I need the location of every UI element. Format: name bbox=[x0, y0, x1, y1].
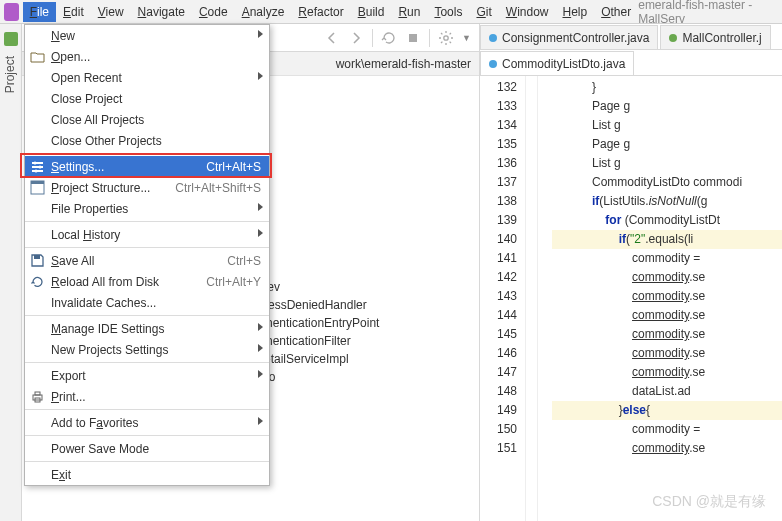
editor-column: ConsignmentController.javaMallController… bbox=[480, 24, 782, 521]
code-editor[interactable]: 1321331341351361371381391401411421431441… bbox=[480, 76, 782, 521]
chevron-right-icon bbox=[258, 323, 263, 331]
menu-tools[interactable]: Tools bbox=[427, 2, 469, 22]
file-menu-reload-all-from-disk[interactable]: Reload All from DiskCtrl+Alt+Y bbox=[25, 271, 269, 292]
structure-icon bbox=[30, 180, 45, 195]
menu-edit[interactable]: Edit bbox=[56, 2, 91, 22]
line-numbers: 1321331341351361371381391401411421431441… bbox=[480, 76, 526, 521]
menu-window[interactable]: Window bbox=[499, 2, 556, 22]
file-type-icon bbox=[669, 34, 677, 42]
file-menu-close-all-projects[interactable]: Close All Projects bbox=[25, 109, 269, 130]
file-menu-settings[interactable]: Settings...Ctrl+Alt+S bbox=[25, 156, 269, 177]
menu-view[interactable]: View bbox=[91, 2, 131, 22]
svg-point-16 bbox=[39, 166, 42, 169]
svg-point-15 bbox=[34, 162, 37, 165]
menu-run[interactable]: Run bbox=[391, 2, 427, 22]
file-menu-close-other-projects[interactable]: Close Other Projects bbox=[25, 130, 269, 151]
file-menu-open-recent[interactable]: Open Recent bbox=[25, 67, 269, 88]
project-tool-icon[interactable] bbox=[4, 32, 18, 46]
menu-code[interactable]: Code bbox=[192, 2, 235, 22]
menu-refactor[interactable]: Refactor bbox=[291, 2, 350, 22]
save-icon bbox=[30, 253, 45, 268]
file-type-icon bbox=[489, 60, 497, 68]
file-menu-save-all[interactable]: Save AllCtrl+S bbox=[25, 250, 269, 271]
file-menu-project-structure[interactable]: Project Structure...Ctrl+Alt+Shift+S bbox=[25, 177, 269, 198]
chevron-right-icon bbox=[258, 370, 263, 378]
file-menu-new[interactable]: New bbox=[25, 25, 269, 46]
chevron-right-icon bbox=[258, 72, 263, 80]
svg-point-17 bbox=[35, 170, 38, 173]
file-menu: NewOpen...Open RecentClose ProjectClose … bbox=[24, 24, 270, 486]
menu-help[interactable]: Help bbox=[555, 2, 594, 22]
svg-rect-0 bbox=[409, 34, 417, 42]
tab-mallcontroller-j[interactable]: MallController.j bbox=[660, 25, 770, 49]
watermark: CSDN @就是有缘 bbox=[652, 493, 766, 511]
open-icon bbox=[30, 49, 45, 64]
svg-rect-19 bbox=[31, 181, 44, 184]
file-menu-add-to-favorites[interactable]: Add to Favorites bbox=[25, 412, 269, 433]
menu-other[interactable]: Other bbox=[594, 2, 638, 22]
chevron-right-icon bbox=[258, 344, 263, 352]
editor-tabs-row2: CommodityListDto.java bbox=[480, 50, 782, 76]
stop-icon[interactable] bbox=[405, 30, 421, 46]
project-tool-label[interactable]: Project bbox=[0, 48, 20, 101]
file-menu-open[interactable]: Open... bbox=[25, 46, 269, 67]
chevron-right-icon bbox=[258, 417, 263, 425]
menu-git[interactable]: Git bbox=[469, 2, 498, 22]
print-icon bbox=[30, 389, 45, 404]
file-menu-power-save-mode[interactable]: Power Save Mode bbox=[25, 438, 269, 459]
menu-file[interactable]: File bbox=[23, 2, 56, 22]
tab-consignmentcontroller-java[interactable]: ConsignmentController.java bbox=[480, 25, 658, 49]
reload-icon bbox=[30, 274, 45, 289]
menu-build[interactable]: Build bbox=[351, 2, 392, 22]
chevron-right-icon bbox=[258, 229, 263, 237]
file-menu-print[interactable]: Print... bbox=[25, 386, 269, 407]
fold-gutter bbox=[526, 76, 538, 521]
file-menu-close-project[interactable]: Close Project bbox=[25, 88, 269, 109]
file-menu-local-history[interactable]: Local History bbox=[25, 224, 269, 245]
menu-navigate[interactable]: Navigate bbox=[131, 2, 192, 22]
back-icon[interactable] bbox=[324, 30, 340, 46]
code-text[interactable]: } Page g List g Page g List g CommodityL… bbox=[538, 76, 782, 521]
menu-analyze[interactable]: Analyze bbox=[235, 2, 292, 22]
svg-rect-22 bbox=[35, 392, 40, 395]
file-menu-exit[interactable]: Exit bbox=[25, 464, 269, 485]
reload-icon[interactable] bbox=[381, 30, 397, 46]
file-menu-manage-ide-settings[interactable]: Manage IDE Settings bbox=[25, 318, 269, 339]
forward-icon[interactable] bbox=[348, 30, 364, 46]
gear-icon[interactable] bbox=[438, 30, 454, 46]
svg-point-1 bbox=[444, 35, 448, 39]
file-menu-file-properties[interactable]: File Properties bbox=[25, 198, 269, 219]
file-menu-invalidate-caches[interactable]: Invalidate Caches... bbox=[25, 292, 269, 313]
menu-bar: FileEditViewNavigateCodeAnalyzeRefactorB… bbox=[0, 0, 782, 24]
settings-icon bbox=[30, 159, 45, 174]
svg-rect-20 bbox=[34, 255, 40, 259]
chevron-right-icon bbox=[258, 30, 263, 38]
window-title: emerald-fish-master - MallServ bbox=[638, 0, 778, 26]
chevron-right-icon bbox=[258, 203, 263, 211]
file-type-icon bbox=[489, 34, 497, 42]
left-gutter: Project bbox=[0, 24, 22, 521]
editor-tabs-row1: ConsignmentController.javaMallController… bbox=[480, 24, 782, 50]
tab-commoditylistdto-java[interactable]: CommodityListDto.java bbox=[480, 51, 634, 75]
file-menu-export[interactable]: Export bbox=[25, 365, 269, 386]
file-menu-new-projects-settings[interactable]: New Projects Settings bbox=[25, 339, 269, 360]
app-icon bbox=[4, 3, 19, 21]
